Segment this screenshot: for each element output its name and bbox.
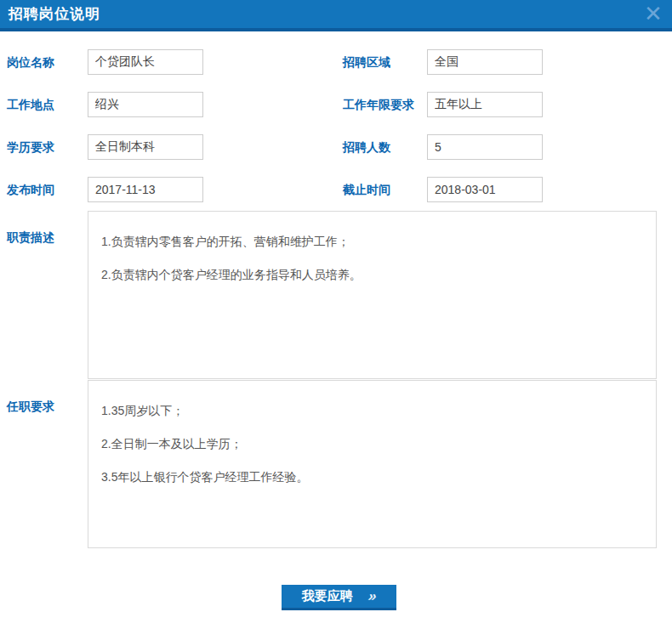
close-icon[interactable]: ✕	[641, 1, 666, 26]
work-years-input[interactable]	[427, 92, 543, 117]
apply-button-label: 我要应聘	[302, 588, 353, 604]
deadline-input[interactable]	[427, 177, 543, 202]
deadline-label: 截止时间	[343, 177, 390, 202]
double-chevron-right-icon: »	[367, 589, 378, 604]
work-location-input[interactable]	[88, 92, 203, 117]
dialog-title: 招聘岗位说明	[9, 0, 100, 28]
publish-date-input[interactable]	[88, 177, 203, 202]
position-name-label: 岗位名称	[7, 49, 54, 75]
duties-label: 职责描述	[7, 224, 54, 250]
publish-date-label: 发布时间	[7, 177, 54, 202]
requirements-textarea[interactable]: 1.35周岁以下； 2.全日制一本及以上学历； 3.5年以上银行个贷客户经理工作…	[88, 380, 657, 548]
requirements-label: 任职要求	[7, 394, 54, 419]
education-input[interactable]	[88, 134, 203, 160]
headcount-label: 招聘人数	[343, 134, 390, 160]
education-label: 学历要求	[7, 134, 54, 160]
apply-button[interactable]: 我要应聘 »	[282, 585, 396, 610]
headcount-input[interactable]	[427, 134, 543, 160]
recruit-region-input[interactable]	[427, 49, 543, 75]
dialog-header: 招聘岗位说明 ✕	[0, 0, 672, 31]
job-posting-dialog: 招聘岗位说明 ✕ 岗位名称 招聘区域 工作地点 工作年限要求 学历要求 招聘人数…	[0, 0, 672, 629]
work-years-label: 工作年限要求	[343, 92, 414, 117]
work-location-label: 工作地点	[7, 92, 54, 117]
position-name-input[interactable]	[88, 49, 203, 75]
duties-textarea[interactable]: 1.负责辖内零售客户的开拓、营销和维护工作； 2.负责辖内个贷客户经理的业务指导…	[88, 211, 657, 379]
recruit-region-label: 招聘区域	[343, 49, 390, 75]
